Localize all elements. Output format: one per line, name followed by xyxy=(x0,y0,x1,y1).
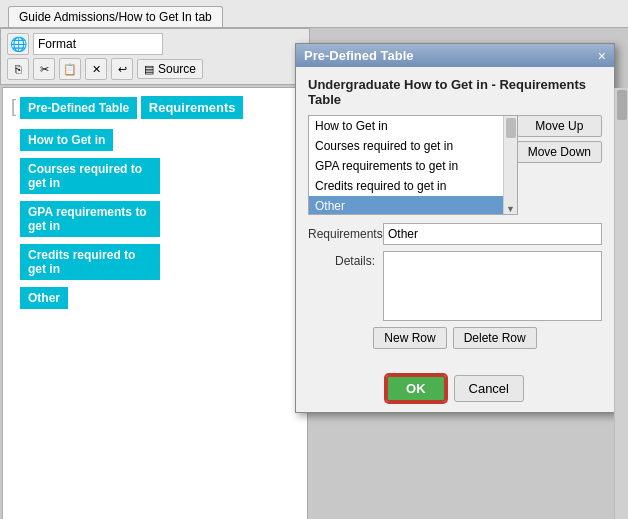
pre-defined-table-label[interactable]: Pre-Defined Table xyxy=(20,97,137,119)
action-buttons: New Row Delete Row xyxy=(308,327,602,349)
list-option-how-to-get-in[interactable]: How to Get in xyxy=(309,116,517,136)
undo-icon[interactable]: ↩ xyxy=(111,58,133,80)
cut-icon[interactable]: ✂ xyxy=(33,58,55,80)
details-textarea[interactable] xyxy=(383,251,602,321)
source-button[interactable]: ▤ Source xyxy=(137,59,203,79)
pre-defined-table-modal: Pre-Defined Table × Undergraduate How to… xyxy=(295,43,615,413)
modal-title: Pre-Defined Table xyxy=(304,48,414,63)
list-item-gpa: GPA requirements to get in xyxy=(20,201,160,237)
requirements-label: Requirements: xyxy=(308,227,383,241)
editor-tab[interactable]: Guide Admissions/How to Get In tab xyxy=(8,6,223,27)
list-option-credits[interactable]: Credits required to get in xyxy=(309,176,517,196)
requirements-input[interactable] xyxy=(383,223,602,245)
toolbar-row-2: ⎘ ✂ 📋 ✕ ↩ ▤ Source xyxy=(7,58,303,80)
move-up-button[interactable]: Move Up xyxy=(517,115,602,137)
modal-footer: OK Cancel xyxy=(296,369,614,412)
editor-area: 🌐 Format ⎘ ✂ 📋 ✕ ↩ ▤ Source xyxy=(0,28,628,519)
list-item-courses: Courses required to get in xyxy=(20,158,160,194)
list-item-other: Other xyxy=(20,287,68,309)
delete-icon[interactable]: ✕ xyxy=(85,58,107,80)
format-label: Format xyxy=(38,37,76,51)
list-option-other[interactable]: Other xyxy=(309,196,517,215)
modal-titlebar: Pre-Defined Table × xyxy=(296,44,614,67)
delete-row-button[interactable]: Delete Row xyxy=(453,327,537,349)
details-row: Details: xyxy=(308,251,602,321)
tab-bar: Guide Admissions/How to Get In tab xyxy=(0,0,628,28)
list-scroll-thumb xyxy=(506,118,516,138)
cancel-button[interactable]: Cancel xyxy=(454,375,524,402)
requirements-header: Requirements xyxy=(141,96,244,119)
list-option-courses[interactable]: Courses required to get in xyxy=(309,136,517,156)
new-row-button[interactable]: New Row xyxy=(373,327,446,349)
copy-icon[interactable]: ⎘ xyxy=(7,58,29,80)
toolbar: 🌐 Format ⎘ ✂ 📋 ✕ ↩ ▤ Source xyxy=(0,28,310,85)
list-item-how-to-get-in: How to Get in xyxy=(20,129,113,151)
source-icon: ▤ xyxy=(144,63,154,76)
list-scrollbar[interactable]: ▼ xyxy=(503,116,517,214)
requirements-list[interactable]: How to Get in Courses required to get in… xyxy=(308,115,518,215)
scroll-down-arrow: ▼ xyxy=(506,204,515,214)
modal-heading: Undergraduate How to Get in - Requiremen… xyxy=(308,77,602,107)
list-item-credits: Credits required to get in xyxy=(20,244,160,280)
globe-icon: 🌐 xyxy=(7,33,29,55)
bracket-icon: [ xyxy=(11,96,16,117)
format-dropdown[interactable]: Format xyxy=(33,33,163,55)
list-section: How to Get in Courses required to get in… xyxy=(308,115,602,215)
modal-body: Undergraduate How to Get in - Requiremen… xyxy=(296,67,614,369)
details-label: Details: xyxy=(308,251,383,268)
modal-close-button[interactable]: × xyxy=(598,49,606,63)
scroll-thumb xyxy=(617,90,627,120)
move-down-button[interactable]: Move Down xyxy=(517,141,602,163)
move-buttons: Move Up Move Down xyxy=(517,115,602,163)
list-option-gpa[interactable]: GPA requirements to get in xyxy=(309,156,517,176)
ok-button[interactable]: OK xyxy=(386,375,446,402)
toolbar-row-1: 🌐 Format xyxy=(7,33,303,55)
requirements-row: Requirements: xyxy=(308,223,602,245)
paste-icon[interactable]: 📋 xyxy=(59,58,81,80)
source-label: Source xyxy=(158,62,196,76)
editor-scrollbar[interactable] xyxy=(614,88,628,519)
editor-content: [ Pre-Defined Table Requirements How to … xyxy=(2,87,308,519)
left-panel: 🌐 Format ⎘ ✂ 📋 ✕ ↩ ▤ Source xyxy=(0,28,310,519)
